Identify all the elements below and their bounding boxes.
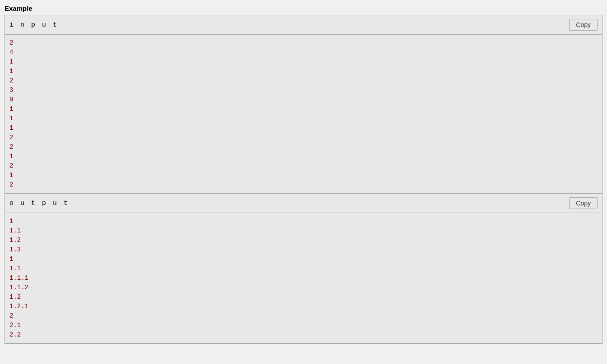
input-section-header: i n p u t Copy — [5, 15, 602, 35]
input-label: i n p u t — [9, 21, 58, 29]
input-data: 2 4 1 1 2 3 9 1 1 1 2 2 1 2 1 2 — [9, 38, 598, 190]
page-wrapper: Example i n p u t Copy 2 4 1 1 2 3 9 1 1… — [5, 5, 602, 344]
input-copy-button[interactable]: Copy — [569, 19, 598, 31]
output-section-header: o u t p u t Copy — [5, 194, 602, 213]
input-content: 2 4 1 1 2 3 9 1 1 1 2 2 1 2 1 2 — [5, 35, 602, 193]
example-title: Example — [5, 5, 602, 12]
example-container: i n p u t Copy 2 4 1 1 2 3 9 1 1 1 2 2 1… — [5, 15, 602, 344]
output-copy-button[interactable]: Copy — [569, 197, 598, 209]
output-data: 1 1.1 1.2 1.3 1 1.1 1.1.1 1.1.2 1.2 1.2.… — [9, 217, 598, 340]
output-content: 1 1.1 1.2 1.3 1 1.1 1.1.1 1.1.2 1.2 1.2.… — [5, 213, 602, 343]
output-label: o u t p u t — [9, 200, 69, 207]
